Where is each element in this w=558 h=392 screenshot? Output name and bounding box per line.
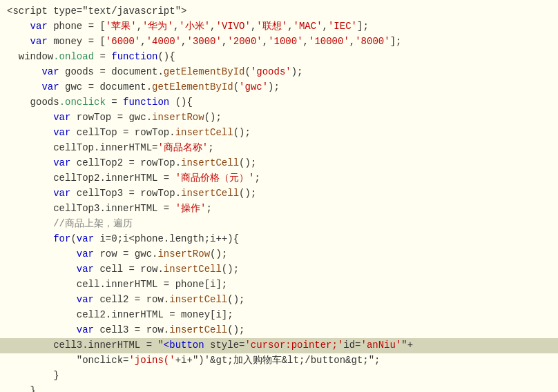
line-content: cell2.innerHTML = money[i]; xyxy=(7,308,233,323)
line-content: var cellTop = rowTop.insertCell(); xyxy=(7,126,251,141)
code-line: cell2.innerHTML = money[i]; xyxy=(0,308,558,323)
line-content: var goods = document.getElementById('goo… xyxy=(7,65,303,80)
code-content: <script type="text/javascript"> var phon… xyxy=(0,0,558,392)
line-content: //商品上架，遍历 xyxy=(7,217,133,232)
line-content: cellTop3.innerHTML = '操作'; xyxy=(7,202,212,217)
code-editor: <script type="text/javascript"> var phon… xyxy=(0,0,558,392)
line-content: "onclick='joins('+i+")'&gt;加入购物车&lt;/but… xyxy=(7,353,381,369)
line-content: window.onload = function(){ xyxy=(7,50,175,65)
code-line: var cell2 = row.insertCell(); xyxy=(0,293,558,308)
code-line: var rowTop = gwc.insertRow(); xyxy=(0,110,558,126)
code-line: cellTop3.innerHTML = '操作'; xyxy=(0,202,558,217)
code-line: var money = ['6000','4000','3000','2000'… xyxy=(0,35,558,50)
line-content: var phone = ['苹果','华为','小米','VIVO','联想',… xyxy=(7,19,369,35)
line-content: goods.onclick = function (){ xyxy=(7,95,193,110)
code-line: var cellTop3 = rowTop.insertCell(); xyxy=(0,186,558,202)
code-line: //商品上架，遍历 xyxy=(0,217,558,232)
line-content: cellTop2.innerHTML = '商品价格（元）'; xyxy=(7,171,260,186)
line-content: var rowTop = gwc.insertRow(); xyxy=(7,110,222,126)
line-content: cellTop.innerHTML='商品名称'; xyxy=(7,141,214,156)
code-line: window.onload = function(){ xyxy=(0,50,558,65)
line-content: var cell3 = row.insertCell(); xyxy=(7,323,244,338)
line-content: var money = ['6000','4000','3000','2000'… xyxy=(7,35,401,50)
line-content: var gwc = document.getElementById('gwc')… xyxy=(7,80,280,95)
code-line: for(var i=0;i<phone.length;i++){ xyxy=(0,232,558,247)
line-content: for(var i=0;i<phone.length;i++){ xyxy=(7,232,239,247)
line-content: var cellTop2 = rowTop.insertCell(); xyxy=(7,156,256,171)
code-line: cellTop.innerHTML='商品名称'; xyxy=(0,141,558,156)
code-line: var cellTop2 = rowTop.insertCell(); xyxy=(0,156,558,171)
code-line: var cell = row.insertCell(); xyxy=(0,262,558,277)
code-line: goods.onclick = function (){ xyxy=(0,95,558,110)
line-content: } xyxy=(7,384,36,392)
code-line: <script type="text/javascript"> xyxy=(0,4,558,19)
code-line: var goods = document.getElementById('goo… xyxy=(0,65,558,80)
code-line: var cellTop = rowTop.insertCell(); xyxy=(0,126,558,141)
line-content: cell3.innerHTML = "<button style='cursor… xyxy=(7,338,413,353)
code-line: } xyxy=(0,384,558,392)
code-line: var phone = ['苹果','华为','小米','VIVO','联想',… xyxy=(0,19,558,35)
code-line: var gwc = document.getElementById('gwc')… xyxy=(0,80,558,95)
line-content: var cell = row.insertCell(); xyxy=(7,262,239,277)
code-line: cell3.innerHTML = "<button style='cursor… xyxy=(0,338,558,353)
code-line: cell.innerHTML = phone[i]; xyxy=(0,277,558,293)
line-content: var cellTop3 = rowTop.insertCell(); xyxy=(7,186,256,202)
line-content: <script type="text/javascript"> xyxy=(7,4,186,19)
line-content: cell.innerHTML = phone[i]; xyxy=(7,277,227,293)
line-content: } xyxy=(7,369,59,384)
code-line: var cell3 = row.insertCell(); xyxy=(0,323,558,338)
line-content: var cell2 = row.insertCell(); xyxy=(7,293,244,308)
line-content: var row = gwc.insertRow(); xyxy=(7,247,227,262)
code-line: } xyxy=(0,369,558,384)
code-line: var row = gwc.insertRow(); xyxy=(0,247,558,262)
code-line: "onclick='joins('+i+")'&gt;加入购物车&lt;/but… xyxy=(0,353,558,369)
code-line: cellTop2.innerHTML = '商品价格（元）'; xyxy=(0,171,558,186)
